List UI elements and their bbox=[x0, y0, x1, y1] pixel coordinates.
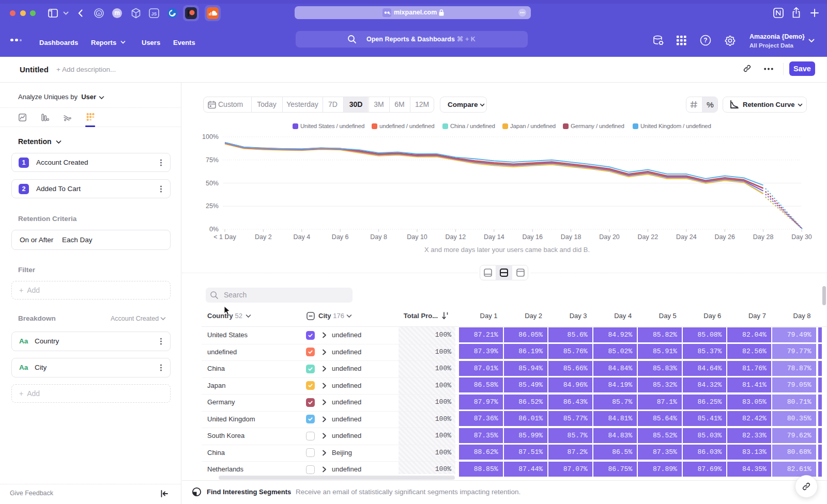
svg-text:100%: 100% bbox=[202, 133, 219, 140]
svg-text:Day 8: Day 8 bbox=[370, 233, 387, 241]
svg-text:Day 18: Day 18 bbox=[561, 233, 581, 241]
svg-text:Day 16: Day 16 bbox=[522, 233, 543, 241]
svg-text:Day 14: Day 14 bbox=[484, 233, 504, 241]
svg-text:X and more days later your use: X and more days later your users came ba… bbox=[424, 246, 590, 254]
svg-text:50%: 50% bbox=[206, 180, 219, 187]
svg-text:Day 4: Day 4 bbox=[293, 233, 310, 241]
svg-text:Day 6: Day 6 bbox=[332, 233, 349, 241]
svg-text:Day 28: Day 28 bbox=[753, 233, 774, 241]
svg-text:JS: JS bbox=[151, 11, 157, 17]
svg-text:75%: 75% bbox=[206, 156, 219, 164]
svg-text:Day 20: Day 20 bbox=[599, 233, 620, 241]
svg-text:Day 2: Day 2 bbox=[255, 233, 272, 241]
svg-text:25%: 25% bbox=[206, 202, 219, 210]
svg-text:Day 26: Day 26 bbox=[714, 233, 735, 241]
svg-text:< 1 Day: < 1 Day bbox=[213, 233, 236, 241]
svg-text:Day 12: Day 12 bbox=[446, 233, 466, 241]
svg-text:Day 22: Day 22 bbox=[638, 233, 658, 241]
svg-text:Day 30: Day 30 bbox=[791, 233, 812, 241]
svg-text:?: ? bbox=[703, 37, 707, 44]
svg-text:Day 24: Day 24 bbox=[676, 233, 697, 241]
svg-text:Day 10: Day 10 bbox=[407, 233, 427, 241]
svg-text:0%: 0% bbox=[209, 226, 219, 233]
